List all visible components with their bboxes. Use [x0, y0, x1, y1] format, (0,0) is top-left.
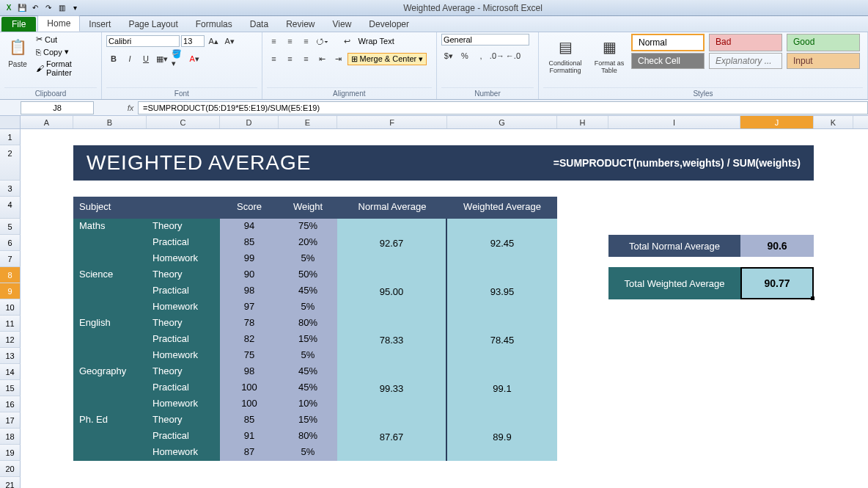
decimal-dec-icon[interactable]: ←.0	[506, 48, 521, 63]
indent-dec-icon[interactable]: ⇤	[315, 51, 330, 66]
cell-score[interactable]: 100	[220, 396, 279, 412]
align-middle-icon[interactable]: ≡	[283, 34, 298, 48]
cell-subject[interactable]: Maths	[73, 219, 147, 235]
cell-weight[interactable]: 5%	[279, 299, 337, 316]
insert-tab[interactable]: Insert	[80, 17, 119, 32]
cell-subject[interactable]	[73, 299, 147, 316]
formatastable-button[interactable]: ▦ Format as Table	[590, 34, 628, 76]
formula-input[interactable]	[138, 101, 868, 114]
cell-type[interactable]: Practical	[147, 429, 220, 445]
row-header-10[interactable]: 10	[0, 299, 21, 316]
row-header-13[interactable]: 13	[0, 348, 21, 364]
worksheet-grid[interactable]: ABCDEFGHIJK 1234567891011121314151617181…	[0, 116, 868, 488]
undo-icon[interactable]: ↶	[29, 2, 41, 14]
borders-button[interactable]: ▦▾	[155, 51, 169, 66]
font-size-combo[interactable]	[181, 35, 205, 47]
cell-weight[interactable]: 75%	[279, 219, 337, 235]
cell-score[interactable]: 78	[220, 316, 279, 332]
cell-score[interactable]: 100	[220, 380, 279, 396]
developer-tab[interactable]: Developer	[360, 17, 418, 32]
copy-button[interactable]: ⎘Copy▾	[34, 46, 97, 57]
number-format-combo[interactable]	[441, 34, 529, 45]
cell-score[interactable]: 97	[220, 299, 279, 316]
fx-icon[interactable]: fx	[123, 103, 138, 112]
col-header-A[interactable]: A	[21, 116, 73, 128]
data-tab[interactable]: Data	[241, 17, 277, 32]
cell-score[interactable]: 85	[220, 235, 279, 251]
fontcolor-button[interactable]: A▾	[187, 51, 202, 66]
cell-weighted-avg[interactable]: 89.9	[447, 412, 557, 461]
align-left-icon[interactable]: ≡	[267, 51, 282, 66]
cell-score[interactable]: 98	[220, 283, 279, 299]
cell-weight[interactable]: 50%	[279, 267, 337, 283]
align-right-icon[interactable]: ≡	[299, 51, 314, 66]
bold-button[interactable]: B	[106, 51, 121, 66]
row-header-3[interactable]: 3	[0, 181, 21, 197]
qat-more-icon[interactable]: ▥	[56, 2, 67, 14]
cell-score[interactable]: 99	[220, 251, 279, 267]
cell-score[interactable]: 75	[220, 348, 279, 364]
cell-weight[interactable]: 5%	[279, 348, 337, 364]
cell-score[interactable]: 90	[220, 267, 279, 283]
style-bad[interactable]: Bad	[709, 34, 782, 51]
formulas-tab[interactable]: Formulas	[187, 17, 241, 32]
row-header-15[interactable]: 15	[0, 380, 21, 396]
formatpainter-button[interactable]: 🖌Format Painter	[34, 59, 97, 78]
col-header-H[interactable]: H	[557, 116, 608, 128]
cell-weight[interactable]: 80%	[279, 316, 337, 332]
cell-score[interactable]: 94	[220, 219, 279, 235]
cell-subject[interactable]: English	[73, 316, 147, 332]
row-header-1[interactable]: 1	[0, 129, 21, 145]
indent-inc-icon[interactable]: ⇥	[331, 51, 346, 66]
style-good[interactable]: Good	[787, 34, 860, 51]
currency-icon[interactable]: $▾	[441, 48, 456, 63]
condformat-button[interactable]: ▤ Conditional Formatting	[543, 34, 587, 76]
align-top-icon[interactable]: ≡	[267, 34, 282, 48]
row-header-8[interactable]: 8	[0, 267, 21, 283]
mergecenter-button[interactable]: ⊞Merge & Center▾	[347, 53, 427, 65]
col-header-D[interactable]: D	[220, 116, 279, 128]
row-header-20[interactable]: 20	[0, 461, 21, 477]
cell-weight[interactable]: 15%	[279, 332, 337, 348]
row-header-9[interactable]: 9	[0, 283, 21, 299]
cell-type[interactable]: Homework	[147, 396, 220, 412]
cell-score[interactable]: 85	[220, 412, 279, 429]
file-tab[interactable]: File	[1, 17, 36, 32]
style-input[interactable]: Input	[787, 53, 860, 69]
cell-score[interactable]: 98	[220, 364, 279, 380]
cell-weight[interactable]: 80%	[279, 429, 337, 445]
paste-button[interactable]: 📋 Paste	[4, 34, 31, 70]
decrease-font-icon[interactable]: A▾	[222, 34, 237, 48]
row-header-6[interactable]: 6	[0, 235, 21, 251]
save-icon[interactable]: 💾	[16, 2, 28, 14]
cell-subject[interactable]	[73, 348, 147, 364]
cell-subject[interactable]	[73, 396, 147, 412]
italic-button[interactable]: I	[122, 51, 137, 66]
cell-type[interactable]: Practical	[147, 332, 220, 348]
row-header-18[interactable]: 18	[0, 429, 21, 445]
cell-weighted-avg[interactable]: 93.95	[447, 267, 557, 316]
cell-type[interactable]: Practical	[147, 283, 220, 299]
cell-type[interactable]: Theory	[147, 364, 220, 380]
cell-type[interactable]: Homework	[147, 348, 220, 364]
cell-normal-avg[interactable]: 78.33	[337, 316, 447, 364]
cell-weighted-avg[interactable]: 99.1	[447, 364, 557, 412]
cell-normal-avg[interactable]: 92.67	[337, 219, 447, 267]
cell-score[interactable]: 87	[220, 445, 279, 461]
cell-type[interactable]: Homework	[147, 445, 220, 461]
col-header-F[interactable]: F	[337, 116, 447, 128]
cell-type[interactable]: Practical	[147, 235, 220, 251]
home-tab[interactable]: Home	[37, 15, 80, 32]
col-header-G[interactable]: G	[447, 116, 557, 128]
style-explanatory[interactable]: Explanatory ...	[709, 53, 782, 69]
col-header-C[interactable]: C	[147, 116, 220, 128]
cell-type[interactable]: Practical	[147, 380, 220, 396]
cell-normal-avg[interactable]: 99.33	[337, 364, 447, 412]
cell-subject[interactable]	[73, 445, 147, 461]
cell-subject[interactable]	[73, 251, 147, 267]
cell-subject[interactable]	[73, 283, 147, 299]
view-tab[interactable]: View	[324, 17, 361, 32]
row-header-4[interactable]: 4	[0, 197, 21, 219]
wraptext-button[interactable]: Wrap Text	[356, 36, 397, 46]
cell-type[interactable]: Theory	[147, 219, 220, 235]
